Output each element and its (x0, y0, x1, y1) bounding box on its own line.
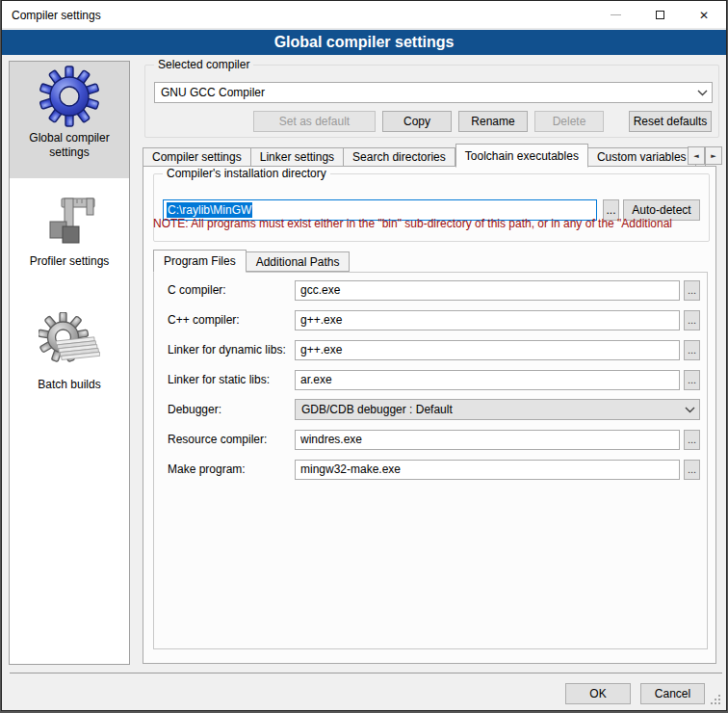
resource-compiler-input[interactable] (295, 430, 680, 450)
field-label: C++ compiler: (168, 313, 295, 327)
tab-scroll-right-button[interactable]: ► (705, 146, 722, 165)
toolchain-executables-page: Compiler's installation directory C:\ray… (143, 166, 716, 664)
tab-linker-settings[interactable]: Linker settings (251, 147, 344, 167)
close-button[interactable]: ✕ (682, 1, 726, 29)
field-row-linker-dynamic: Linker for dynamic libs: ... (168, 339, 700, 360)
close-icon: ✕ (699, 9, 709, 22)
debugger-select[interactable]: GDB/CDB debugger : Default (295, 399, 700, 420)
settings-tabstrip: Compiler settings Linker settings Search… (143, 143, 688, 167)
field-label: Resource compiler: (168, 433, 295, 446)
cpp-compiler-browse-button[interactable]: ... (684, 310, 700, 330)
arrow-right-icon: ► (711, 152, 715, 160)
footer-divider (10, 673, 722, 673)
chevron-down-icon (692, 90, 712, 96)
field-row-debugger: Debugger: GDB/CDB debugger : Default (168, 399, 700, 420)
caliper-icon (39, 189, 100, 251)
program-files-page: C compiler: ... C++ compiler: ... Linker… (153, 272, 708, 649)
compiler-buttons-row: Set as default Copy Rename Delete Reset … (145, 111, 712, 132)
selected-compiler-group: Selected compiler GNU GCC Compiler Set a… (144, 65, 719, 138)
field-row-make-program: Make program: ... (168, 459, 700, 480)
field-row-linker-static: Linker for static libs: ... (168, 369, 700, 390)
window-title: Compiler settings (12, 9, 101, 22)
c-compiler-input[interactable] (295, 280, 680, 301)
maximize-icon (656, 11, 664, 19)
field-label: Debugger: (168, 403, 295, 416)
settings-category-list: Global compiler settings Profiler (9, 61, 130, 665)
compiler-settings-dialog: Compiler settings ✕ Global compiler sett… (1, 0, 727, 711)
maximize-button[interactable] (637, 1, 682, 29)
sidebar-item-label: Batch builds (10, 376, 129, 398)
reset-defaults-button[interactable]: Reset defaults (629, 111, 712, 132)
field-label: C compiler: (168, 283, 295, 297)
chevron-down-icon (680, 407, 699, 413)
make-program-input[interactable] (295, 460, 680, 480)
linker-dynamic-input[interactable] (295, 340, 680, 360)
tab-custom-variables[interactable]: Custom variables (588, 147, 696, 167)
compiler-select[interactable]: GNU GCC Compiler (154, 82, 713, 103)
delete-button: Delete (534, 111, 604, 132)
selected-compiler-group-label: Selected compiler (154, 58, 253, 71)
resource-compiler-browse-button[interactable]: ... (684, 430, 700, 450)
minimize-button (593, 1, 637, 29)
debugger-select-value: GDB/CDB debugger : Default (296, 403, 680, 416)
sidebar-item-batch-builds[interactable]: Batch builds (10, 308, 129, 398)
field-row-cpp-compiler: C++ compiler: ... (168, 309, 700, 330)
arrow-left-icon: ◄ (693, 152, 698, 160)
installation-directory-value: C:\raylib\MinGW (167, 202, 252, 218)
linker-static-browse-button[interactable]: ... (684, 370, 700, 390)
field-label: Linker for static libs: (168, 373, 295, 386)
sidebar-item-label: Global compiler settings (10, 129, 129, 166)
tab-toolchain-executables[interactable]: Toolchain executables (455, 144, 588, 168)
installation-directory-group-label: Compiler's installation directory (163, 167, 330, 180)
cancel-button[interactable]: Cancel (640, 683, 705, 704)
copy-button[interactable]: Copy (382, 111, 452, 132)
linker-static-input[interactable] (295, 370, 680, 390)
tab-search-directories[interactable]: Search directories (344, 147, 455, 167)
caption-buttons: ✕ (593, 1, 726, 29)
installation-directory-group: Compiler's installation directory C:\ray… (153, 173, 710, 242)
sidebar-item-label: Profiler settings (10, 252, 129, 275)
sidebar-item-profiler-settings[interactable]: Profiler settings (10, 185, 129, 275)
tab-scroll-left-button[interactable]: ◄ (688, 146, 705, 165)
program-files-tabstrip: Program Files Additional Paths (153, 249, 350, 272)
subtab-program-files[interactable]: Program Files (153, 250, 247, 273)
field-row-resource-compiler: Resource compiler: ... (168, 429, 700, 450)
field-row-c-compiler: C compiler: ... (168, 279, 700, 301)
sidebar-item-global-compiler-settings[interactable]: Global compiler settings (10, 62, 129, 178)
resize-grip-icon[interactable] (711, 695, 713, 697)
set-as-default-button: Set as default (253, 111, 376, 132)
tab-compiler-settings[interactable]: Compiler settings (143, 147, 251, 167)
compiler-select-value: GNU GCC Compiler (155, 86, 692, 99)
cpp-compiler-input[interactable] (295, 310, 680, 330)
c-compiler-browse-button[interactable]: ... (684, 280, 700, 301)
linker-dynamic-browse-button[interactable]: ... (684, 340, 700, 360)
ok-button[interactable]: OK (565, 683, 631, 704)
subtab-additional-paths[interactable]: Additional Paths (247, 251, 351, 272)
gray-gear-stack-icon (39, 312, 100, 374)
page-title: Global compiler settings (2, 30, 726, 55)
field-label: Linker for dynamic libs: (168, 343, 295, 356)
make-program-browse-button[interactable]: ... (684, 460, 700, 480)
bin-subdirectory-note: NOTE: All programs must exist either in … (153, 217, 690, 230)
blue-gear-icon (39, 66, 100, 127)
minimize-icon (611, 14, 621, 15)
titlebar: Compiler settings ✕ (2, 1, 726, 29)
rename-button[interactable]: Rename (458, 111, 528, 132)
field-label: Make program: (168, 462, 295, 476)
